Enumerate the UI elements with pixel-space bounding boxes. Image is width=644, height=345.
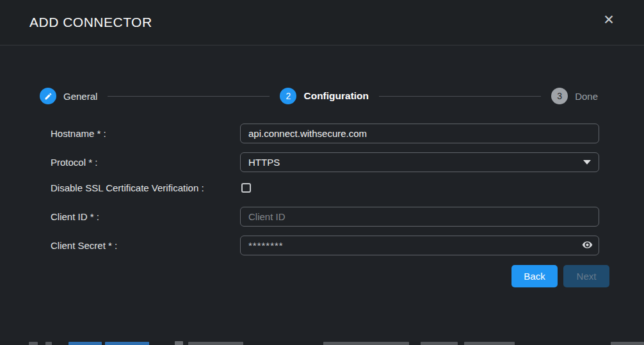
client-secret-input[interactable] — [240, 236, 599, 255]
stepper-connector — [379, 96, 541, 97]
protocol-label: Protocol * : — [51, 156, 204, 169]
step-configuration[interactable]: 2 Configuration — [280, 88, 369, 104]
modal-title: ADD CONNECTOR — [29, 15, 152, 30]
step-2-badge: 2 — [280, 88, 296, 104]
protocol-selected-value: HTTPS — [248, 157, 280, 168]
wizard-actions: Back Next — [51, 265, 609, 287]
eye-icon — [581, 239, 593, 250]
step-general-label: General — [63, 91, 97, 102]
clipped-background-content — [0, 341, 644, 345]
protocol-row: Protocol * : HTTPS — [51, 152, 599, 172]
hostname-label: Hostname * : — [51, 127, 204, 140]
chevron-down-icon — [583, 160, 591, 164]
modal-header: ADD CONNECTOR ✕ — [0, 0, 644, 45]
stepper-connector — [108, 96, 270, 97]
ssl-verification-row: Disable SSL Certificate Verification : — [51, 181, 599, 195]
step-done-label: Done — [575, 91, 598, 102]
hostname-input[interactable] — [240, 124, 599, 143]
wizard-stepper: General 2 Configuration 3 Done — [40, 88, 598, 104]
step-configuration-label: Configuration — [303, 90, 369, 102]
client-id-input[interactable] — [240, 207, 599, 227]
hostname-row: Hostname * : — [51, 124, 599, 143]
back-button[interactable]: Back — [511, 265, 558, 287]
next-button[interactable]: Next — [563, 265, 609, 287]
client-secret-row: Client Secret * : — [51, 236, 599, 255]
configuration-form: Hostname * : Protocol * : HTTPS Disable … — [51, 124, 599, 287]
step-done: 3 Done — [551, 88, 598, 104]
pencil-icon — [40, 88, 56, 104]
ssl-verification-checkbox[interactable] — [241, 183, 251, 193]
ssl-verification-label: Disable SSL Certificate Verification : — [51, 181, 204, 195]
protocol-select[interactable]: HTTPS — [240, 152, 599, 172]
add-connector-modal: ADD CONNECTOR ✕ General 2 Configuration … — [0, 0, 644, 341]
client-secret-label: Client Secret * : — [51, 239, 204, 252]
show-password-button[interactable] — [580, 239, 594, 252]
client-id-label: Client ID * : — [51, 210, 204, 223]
step-general[interactable]: General — [40, 88, 97, 104]
close-icon[interactable]: ✕ — [599, 10, 618, 29]
client-id-row: Client ID * : — [51, 207, 599, 227]
step-3-badge: 3 — [551, 88, 568, 104]
